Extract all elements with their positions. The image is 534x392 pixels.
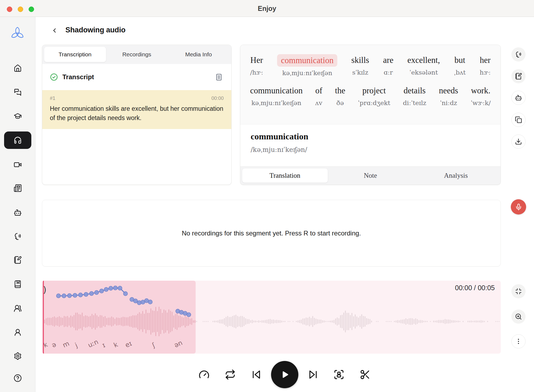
word-ipa: ʌv [315,98,322,108]
sidebar-item-profile[interactable] [4,324,31,341]
sidebar-item-news[interactable] [4,179,31,197]
next-segment-button[interactable] [307,369,319,381]
playback-time: 00:00 / 00:05 [455,284,495,292]
download-button[interactable] [511,134,526,149]
word-ipa: ˌbʌt [454,67,466,78]
word-detail-word: communication [251,131,490,142]
previous-segment-button[interactable] [250,369,262,381]
sidebar-item-conversations[interactable] [4,84,31,101]
tab-note[interactable]: Note [328,169,413,183]
crop-segment-button[interactable] [359,369,371,381]
repeat-button[interactable] [224,369,236,381]
zoom-in-button[interactable] [511,310,526,324]
sentence-word[interactable]: needs [439,85,458,97]
sentence-word-highlighted[interactable]: communication [277,54,337,67]
zoom-in-icon [515,313,522,320]
more-options-button[interactable] [511,334,526,348]
sentence-word[interactable]: skills [351,54,369,66]
skip-forward-icon [308,369,318,380]
transcription-panel: Transcription Recordings Media Info Tran… [42,45,232,185]
transcript-title: Transcript [62,73,214,81]
word-ipa: kəˌmjuːnɪˈkeɪʃən [251,98,301,108]
sidebar-item-settings[interactable] [4,347,31,365]
download-icon [515,138,522,145]
sentence-word[interactable]: of [315,85,322,97]
users-icon [14,304,22,313]
word-ipa: hɝː [480,67,491,78]
sentence-word[interactable]: Her [250,54,263,66]
book-marked-icon [14,280,22,288]
sidebar-item-help[interactable] [4,369,31,387]
sidebar-item-home[interactable] [4,60,31,77]
collapse-icon [515,288,522,295]
transcript-segment[interactable]: #1 00:00 Her communication skills are ex… [42,90,231,129]
sentence-word[interactable]: communication [250,85,303,97]
window-titlebar: Enjoy [0,0,534,17]
word-ipa: /hɝː [250,67,263,78]
newspaper-icon [14,184,22,192]
tab-transcription[interactable]: Transcription [44,47,106,62]
tab-recordings[interactable]: Recordings [106,47,168,62]
transcript-document-button[interactable] [214,72,224,82]
segment-index: #1 [50,96,55,101]
play-icon [279,369,291,381]
sidebar-item-videos[interactable] [4,156,31,173]
sentence-word[interactable]: work. [471,85,490,97]
user-icon [14,328,22,336]
ai-assistant-button[interactable] [511,91,526,105]
sentence-word[interactable]: the [335,85,345,97]
copy-button[interactable] [511,113,526,127]
note-button[interactable] [511,69,526,83]
sentence-word[interactable]: project [362,85,386,97]
word-ipa: ˈprɑːdʒekt [358,98,390,108]
repeat-icon [225,369,236,380]
microphone-icon [515,203,522,211]
waveform[interactable]: kəmjuːnɪkeɪʃən) [42,281,501,354]
play-button[interactable] [271,361,298,388]
copy-icon [515,116,522,123]
sentence-word[interactable]: excellent, [407,54,440,66]
video-camera-icon [14,161,22,169]
word-ipa: diːˈteɪlz [403,98,426,108]
sentence-area: Her/hɝː communicationkəˌmjuːnɪˈkeɪʃən sk… [240,45,500,124]
segment-time: 00:00 [211,96,224,101]
sentence-word[interactable]: details [403,85,426,97]
sidebar-item-courses[interactable] [4,107,31,125]
help-circle-icon [14,374,22,382]
tab-translation[interactable]: Translation [242,169,328,183]
word-detail-tabbar: Translation Note Analysis [240,166,500,185]
record-button[interactable] [511,199,526,215]
word-detail-ipa: /kəˌmjuːnɪˈkeɪʃən/ [251,146,490,154]
tab-media-info[interactable]: Media Info [168,47,229,62]
home-icon [14,64,22,72]
sidebar-item-audios[interactable] [4,131,31,149]
sentence-word[interactable]: her [480,54,491,66]
sentence-word[interactable]: but [454,54,465,66]
sidebar-item-notes[interactable] [4,251,31,269]
sentence-line-1: Her/hɝː communicationkəˌmjuːnɪˈkeɪʃən sk… [250,54,491,78]
page-title: Shadowing audio [65,26,126,34]
word-ipa: ðə [336,98,344,108]
word-ipa: sˈkɪlz [352,67,368,78]
word-ipa: ˈniːdz [440,98,457,108]
pronunciation-button[interactable] [511,47,526,62]
tab-analysis[interactable]: Analysis [413,169,499,183]
back-button[interactable] [50,26,59,35]
sidebar-item-community[interactable] [4,300,31,317]
sidebar-item-vocabulary[interactable] [4,275,31,293]
document-text-icon [215,73,223,81]
playback-speed-button[interactable] [198,369,210,381]
transcription-tabbar: Transcription Recordings Media Info [42,45,231,64]
word-ipa: ˈwɝːk/ [471,98,491,108]
sentence-word[interactable]: are [383,54,393,66]
chat-bubbles-icon [14,88,22,96]
speaking-head-icon [14,232,22,240]
app-window: Enjoy [0,0,534,392]
pronunciation-assess-icon [333,369,344,380]
pronunciation-assess-button[interactable] [333,369,345,381]
sidebar-item-bots[interactable] [4,204,31,221]
sidebar-item-pronunciation[interactable] [4,228,31,245]
collapse-player-button[interactable] [511,284,526,298]
sentence-panel: Her/hɝː communicationkəˌmjuːnɪˈkeɪʃən sk… [240,45,501,185]
bot-icon [515,94,522,101]
